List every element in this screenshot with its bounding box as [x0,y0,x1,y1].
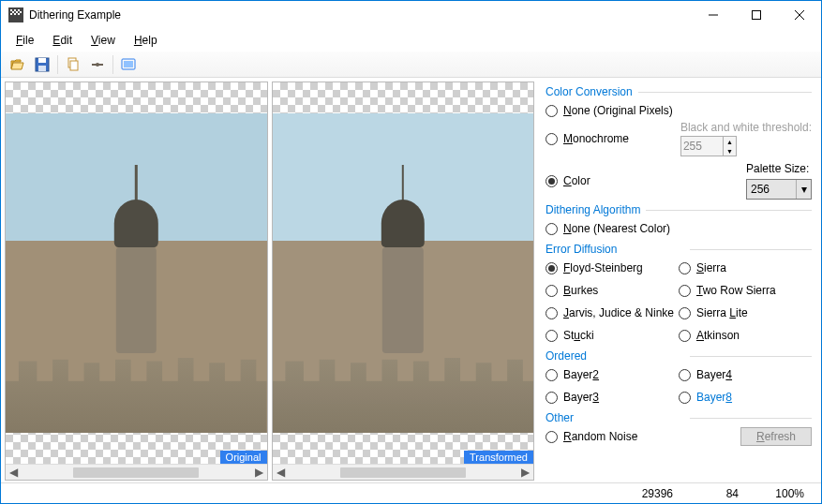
original-preview: Original ◀ ▶ [5,82,268,481]
copy-button[interactable] [62,53,84,76]
chevron-down-icon: ▾ [796,180,811,199]
svg-rect-2 [14,9,16,11]
radio-icon [546,105,558,117]
radio-icon [546,133,558,145]
radio-two-row-sierra[interactable]: Two Row Sierra [679,280,812,301]
palette-size-combo[interactable]: 256 ▾ [746,179,812,200]
radio-sierra[interactable]: Sierra [679,258,812,278]
status-value-1: 29396 [579,487,682,500]
threshold-spinner: ▲▼ [680,136,737,156]
scroll-left-icon[interactable]: ◀ [273,465,289,481]
svg-rect-7 [10,13,12,15]
radio-monochrome[interactable]: Monochrome [563,132,629,145]
radio-icon [546,262,558,274]
svg-rect-5 [16,11,18,13]
toolbar-separator [112,55,113,74]
radio-icon [546,285,558,297]
original-badge: Original [220,451,267,464]
group-ordered: Ordered [546,349,812,363]
radio-none-original[interactable]: None (Original Pixels) [546,100,812,121]
radio-icon [679,307,691,319]
original-scrollbar[interactable]: ◀ ▶ [6,464,267,480]
radio-random-noise[interactable]: Random Noise [563,430,637,443]
radio-icon [546,223,558,235]
view-reset-button[interactable] [117,53,140,76]
svg-point-17 [96,63,99,67]
threshold-label: Black and white threshold: [680,121,812,134]
preview-area: Original ◀ ▶ Transformed ◀ [1,78,538,482]
radio-bayer4[interactable]: Bayer4 [679,364,812,385]
svg-rect-9 [18,13,20,15]
radio-icon [679,262,691,274]
radio-icon [679,285,691,297]
transformed-scrollbar[interactable]: ◀ ▶ [273,464,534,480]
group-color-conversion: Color Conversion [546,85,812,98]
original-image [6,113,267,434]
group-dither-algorithm: Dithering Algorithm [546,203,812,216]
castle-dome [102,161,170,353]
scroll-right-icon[interactable]: ▶ [251,465,267,481]
radio-icon [546,392,558,404]
palette-size-label: Palette Size: [746,162,812,175]
group-other: Other [546,411,812,424]
status-value-2: 84 [682,487,748,500]
minimize-button[interactable] [692,1,735,29]
main-area: Original ◀ ▶ Transformed ◀ [1,78,821,482]
save-button[interactable] [31,53,53,76]
open-button[interactable] [7,53,29,76]
spin-up-icon: ▲ [724,137,736,146]
radio-icon [546,307,558,319]
svg-rect-10 [753,11,761,20]
svg-rect-15 [70,61,78,70]
radio-sierra-lite[interactable]: Sierra Lite [679,303,812,323]
radio-bayer8[interactable]: Bayer8 [679,387,812,408]
maximize-button[interactable] [735,1,778,29]
svg-rect-19 [124,61,133,67]
refresh-button[interactable]: Refresh [740,427,812,446]
app-icon [8,7,23,22]
scroll-right-icon[interactable]: ▶ [517,465,533,481]
status-bar: 29396 84 100% [1,482,821,503]
menu-edit[interactable]: Edit [45,32,80,49]
menu-bar: File Edit View Help [1,29,821,52]
svg-rect-1 [10,9,12,11]
transformed-image [273,113,534,434]
paste-button[interactable] [86,53,109,76]
window-buttons [692,1,821,29]
transformed-badge: Transformed [464,451,533,464]
radio-atkinson[interactable]: Atkinson [679,325,812,346]
menu-file[interactable]: File [8,32,41,49]
spin-down-icon: ▼ [724,146,736,156]
svg-rect-6 [20,11,22,13]
transformed-canvas[interactable]: Transformed [273,82,534,464]
palette-size-value: 256 [747,183,796,196]
radio-color[interactable]: Color [563,174,590,187]
menu-help[interactable]: Help [127,32,165,49]
svg-rect-3 [18,9,20,11]
scrollbar-thumb[interactable] [340,467,466,478]
title-bar: Dithering Example [1,1,821,29]
menu-view[interactable]: View [83,32,123,49]
radio-icon [546,330,558,342]
svg-rect-4 [12,11,14,13]
radio-icon [546,369,558,381]
scrollbar-thumb[interactable] [73,467,199,478]
toolbar [1,52,821,78]
scroll-left-icon[interactable]: ◀ [6,465,22,481]
radio-jjn[interactable]: Jarvis, Judice & Ninke [546,303,679,323]
threshold-input [681,137,723,156]
radio-stucki[interactable]: Stucki [546,325,679,346]
castle-dome [369,161,437,353]
radio-alg-none[interactable]: None (Nearest Color) [546,218,812,239]
options-panel: Color Conversion None (Original Pixels) … [538,78,821,482]
radio-icon [679,330,691,342]
close-button[interactable] [778,1,821,29]
radio-bayer3[interactable]: Bayer3 [546,387,679,408]
radio-burkes[interactable]: Burkes [546,280,679,301]
radio-icon [546,431,558,443]
group-error-diffusion: Error Diffusion [546,243,812,256]
radio-bayer2[interactable]: Bayer2 [546,364,679,385]
radio-floyd-steinberg[interactable]: Floyd-Steinberg [546,258,679,278]
svg-rect-12 [38,58,46,63]
original-canvas[interactable]: Original [6,82,267,464]
